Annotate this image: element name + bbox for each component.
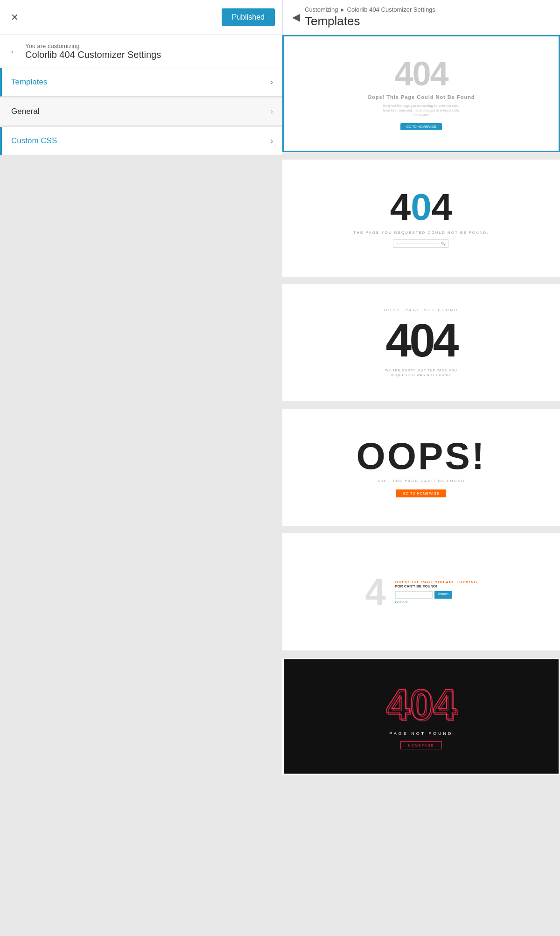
template-preview-1: 404 Oops! This Page Could Not Be Found S… (284, 36, 559, 151)
customizer-title: Colorlib 404 Customizer Settings (25, 49, 161, 60)
breadcrumb-settings: Colorlib 404 Customizer Settings (347, 6, 435, 13)
template-card-2[interactable]: 404 THE PAGE YOU REQUESTED COULD NOT BE … (282, 160, 560, 277)
t5-search-input (395, 591, 433, 599)
t6-404-shadow: 404 (387, 685, 457, 727)
t3-oops: OOPS! PAGE NOT FOUND (384, 308, 458, 312)
t5-number: 4 (365, 573, 386, 611)
t6-page-not-found: PAGE NOT FOUND (389, 731, 453, 736)
template-card-6[interactable]: 404 404 PAGE NOT FOUND HOMEPAGE (282, 658, 560, 775)
template-preview-6: 404 404 PAGE NOT FOUND HOMEPAGE (284, 659, 559, 774)
t2-zero: 0 (411, 189, 432, 226)
chevron-right-icon: › (271, 137, 273, 145)
right-back-button[interactable]: ◀ (292, 11, 300, 23)
t2-404-number: 404 (390, 189, 453, 226)
top-bar: ✕ Published (0, 0, 282, 35)
customizer-info: You are customizing Colorlib 404 Customi… (25, 42, 161, 60)
separator-4 (282, 530, 560, 533)
template-card-5[interactable]: 4 OOPS! THE PAGE YOU ARE LOOKING FOR CAN… (282, 533, 560, 650)
t6-404-number: 404 404 (386, 684, 456, 726)
template-preview-5: 4 OOPS! THE PAGE YOU ARE LOOKING FOR CAN… (284, 535, 559, 649)
separator-5 (282, 654, 560, 658)
template-preview-2: 404 THE PAGE YOU REQUESTED COULD NOT BE … (284, 161, 559, 275)
published-button[interactable]: Published (222, 8, 275, 26)
customizing-label: You are customizing (25, 42, 161, 49)
left-panel: ✕ Published ← You are customizing Colorl… (0, 0, 282, 936)
t5-go-back-link: Go Back (395, 601, 477, 604)
menu-label-general: General (11, 107, 39, 116)
menu-label-templates: Templates (11, 77, 47, 87)
t5-oops: OOPS! THE PAGE YOU ARE LOOKING (395, 580, 477, 584)
menu-item-general[interactable]: General › (0, 98, 282, 126)
template-preview-3: OOPS! PAGE NOT FOUND 404 WE ARE SORRY, B… (284, 286, 559, 400)
t1-description: Sorry but the page you are looking for d… (379, 104, 463, 117)
chevron-right-icon: › (271, 107, 273, 116)
t4-button: GO TO HOMEPAGE (396, 489, 446, 497)
t1-404-number: 404 (394, 57, 448, 91)
breadcrumb-separator: ▸ (341, 6, 344, 13)
t1-button: GO TO HOMEPAGE (400, 123, 441, 130)
t2-subtitle: THE PAGE YOU REQUESTED COULD NOT BE FOUN… (353, 231, 489, 235)
right-panel: ◀ Customizing ▸ Colorlib 404 Customizer … (282, 0, 560, 936)
search-icon: 🔍 (441, 242, 446, 246)
template-card-4[interactable]: OOPS! 404 - THE PAGE CAN'T BE FOUND GO T… (282, 409, 560, 526)
t3-description: WE ARE SORRY, BUT THE PAGE YOU REQUESTED… (384, 368, 459, 378)
breadcrumb: Customizing ▸ Colorlib 404 Customizer Se… (305, 6, 435, 13)
menu-label-custom-css: Custom CSS (11, 136, 57, 146)
t4-subtitle: 404 - THE PAGE CAN'T BE FOUND (378, 479, 465, 483)
customizer-header: ← You are customizing Colorlib 404 Custo… (0, 35, 282, 68)
templates-list: 404 Oops! This Page Could Not Be Found S… (282, 35, 560, 936)
back-button[interactable]: ← (9, 46, 19, 57)
separator-3 (282, 405, 560, 409)
t5-title: FOR CAN'T BE FOUND! (395, 584, 477, 588)
close-button[interactable]: ✕ (7, 10, 21, 24)
template-card-1[interactable]: 404 Oops! This Page Could Not Be Found S… (282, 35, 560, 152)
t2-search-line (396, 244, 439, 244)
t4-oops-text: OOPS! (357, 438, 486, 475)
right-header: ◀ Customizing ▸ Colorlib 404 Customizer … (282, 0, 560, 35)
t2-four-2: 4 (432, 189, 453, 226)
chevron-right-icon: › (271, 78, 273, 86)
menu-item-templates[interactable]: Templates › (0, 68, 282, 97)
t2-search-box: 🔍 (393, 239, 449, 248)
right-panel-title: Templates (305, 14, 435, 28)
t1-title: Oops! This Page Could Not Be Found (367, 94, 475, 100)
t5-search-button: Search (434, 591, 452, 599)
t6-homepage-button: HOMEPAGE (400, 741, 442, 749)
menu-section: Templates › General › Custom CSS › (0, 68, 282, 936)
separator-2 (282, 280, 560, 284)
t6-number-wrapper: 404 404 (386, 684, 456, 726)
template-preview-4: OOPS! 404 - THE PAGE CAN'T BE FOUND GO T… (284, 410, 559, 524)
menu-item-custom-css[interactable]: Custom CSS › (0, 127, 282, 155)
t3-404-number: 404 (386, 317, 457, 363)
separator-1 (282, 156, 560, 160)
breadcrumb-customizing: Customizing (305, 6, 338, 13)
t2-four-1: 4 (390, 189, 411, 226)
template-card-3[interactable]: OOPS! PAGE NOT FOUND 404 WE ARE SORRY, B… (282, 284, 560, 401)
t5-search-row: Search (395, 591, 477, 599)
